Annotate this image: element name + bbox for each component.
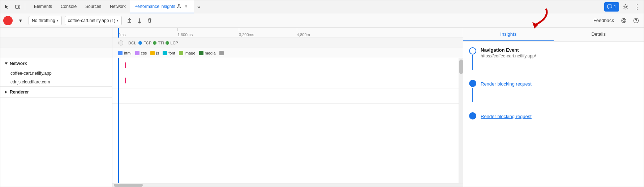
legend-css-label: css (141, 51, 147, 55)
tab-details[interactable]: Details (554, 28, 644, 41)
timeline-ruler: 0ms 1,600ms 3,200ms 4,800m (112, 28, 463, 38)
feedback-button[interactable]: Feedback (591, 17, 616, 24)
sidebar-section-renderer: Renderer (0, 87, 112, 98)
svg-point-8 (636, 22, 636, 22)
legend-image-color (179, 51, 183, 55)
tab-network-label: Network (110, 4, 126, 9)
legend-js: js (150, 51, 159, 55)
insight-icon-col-rb2 (469, 112, 476, 119)
sidebar-network-header[interactable]: Network (0, 58, 112, 69)
tab-console[interactable]: Console (56, 0, 81, 13)
right-panel: Insights Details Navigation Event https (463, 28, 644, 187)
legend-html-label: html (124, 51, 132, 55)
sidebar-labels-spacer (0, 38, 112, 48)
more-tabs-icon: » (197, 4, 200, 10)
three-dots-button[interactable]: ⋮ (632, 2, 642, 12)
question-icon (633, 18, 639, 23)
timeline-row-cdnjs (112, 73, 463, 88)
svg-point-3 (625, 6, 627, 8)
fcp-dot (138, 41, 142, 45)
tti-dot (153, 41, 156, 45)
render-blocking-link-1[interactable]: Render blocking request (481, 81, 532, 87)
right-panel-tabs: Insights Details (463, 28, 644, 42)
tab-console-label: Console (61, 4, 77, 9)
recording-dropdown[interactable]: coffee-cart.netlify.app (1) ▾ (65, 16, 122, 25)
insight-render-blocking-2: Render blocking request (469, 112, 638, 119)
sidebar-legend-spacer (0, 48, 112, 58)
sidebar-item-coffee-cart-label: coffee-cart.netlify.app (10, 71, 52, 76)
ruler-tick-3200ms: 3,200ms (239, 28, 254, 38)
sidebar-section-network: Network coffee-cart.netlify.app cdnjs.cl… (0, 58, 112, 87)
record-dropdown-button[interactable]: ▾ (16, 16, 26, 26)
legend-html-color (118, 51, 123, 55)
rb2-circle (469, 112, 476, 119)
ruler-tick-1600ms: 1,600ms (177, 28, 193, 38)
record-button[interactable] (3, 16, 13, 25)
timeline-scrollbar[interactable] (459, 58, 463, 183)
device-toggle-icon[interactable] (13, 2, 23, 12)
sidebar-renderer-label: Renderer (10, 90, 29, 95)
cursor-icon[interactable] (2, 2, 12, 12)
circle-c-icon (118, 40, 123, 45)
download-button[interactable] (135, 16, 144, 25)
timeline-bottom-scrollbar[interactable] (112, 183, 463, 187)
scrollbar-thumb (459, 60, 463, 74)
insight-nav-text: Navigation Event https://coffee-cart.net… (481, 47, 536, 58)
dcl-label-item: DCL FCP TTI LCP (128, 41, 178, 45)
sidebar-network-label: Network (10, 61, 27, 66)
bottom-scrollbar-thumb (114, 184, 143, 187)
timeline-event-labels: DCL FCP TTI LCP (112, 38, 463, 48)
tab-sources[interactable]: Sources (81, 0, 106, 13)
legend-image-label: image (185, 51, 196, 55)
svg-rect-1 (18, 6, 20, 8)
tab-elements[interactable]: Elements (30, 0, 56, 13)
upload-button[interactable] (125, 16, 134, 25)
settings-gear-button[interactable] (619, 16, 628, 25)
feedback-label: Feedback (593, 18, 614, 23)
timeline-grid (112, 58, 463, 183)
tab-performance-insights[interactable]: Performance insights × (130, 0, 194, 13)
legend-media-label: media (205, 51, 216, 55)
main-area: Network coffee-cart.netlify.app cdnjs.cl… (0, 28, 644, 187)
tab-network[interactable]: Network (106, 0, 130, 13)
svg-marker-9 (5, 62, 8, 65)
insight-render-blocking-1: Render blocking request (469, 80, 638, 102)
legend-css: css (135, 51, 147, 55)
tab-insights[interactable]: Insights (463, 28, 554, 41)
toolbar: ▾ No throttling ▾ coffee-cart.netlify.ap… (0, 13, 644, 28)
sidebar-item-coffee-cart[interactable]: coffee-cart.netlify.app (0, 69, 112, 78)
toolbar-icons-left (2, 2, 27, 12)
delete-button[interactable] (145, 16, 154, 25)
more-tabs-button[interactable]: » (194, 2, 204, 12)
timeline-marker[interactable] (118, 28, 119, 38)
triangle-right-icon (5, 91, 8, 94)
settings-button[interactable] (621, 2, 631, 12)
nav-event-circle (469, 47, 476, 55)
tab-details-label: Details (591, 31, 606, 37)
legend-font-label: font (168, 51, 175, 55)
throttling-dropdown[interactable]: No throttling ▾ (29, 16, 62, 25)
legend-image: image (179, 51, 196, 55)
legend-other-color (219, 51, 224, 55)
lcp-dot (166, 41, 169, 45)
sidebar-renderer-header[interactable]: Renderer (0, 87, 112, 97)
network-bar-coffee-cart (125, 62, 126, 68)
recording-chevron-icon: ▾ (117, 19, 119, 22)
legend-font-color (163, 51, 167, 55)
sidebar-item-cdnjs-label: cdnjs.cloudflare.com (10, 79, 50, 84)
devtools-window: Elements Console Sources Network Perform… (0, 0, 644, 187)
legend-js-label: js (156, 51, 159, 55)
legend-html: html (118, 51, 132, 55)
flask-icon (177, 4, 181, 9)
tab-bar: Elements Console Sources Network Perform… (0, 0, 644, 13)
close-tab-button[interactable]: × (183, 3, 189, 10)
chat-icon (607, 4, 612, 9)
download-icon (137, 18, 142, 23)
network-bar-cdnjs (125, 78, 126, 83)
render-blocking-link-2[interactable]: Render blocking request (481, 114, 532, 119)
nav-event-line (472, 55, 473, 70)
feedback-badge-button[interactable]: 1 (604, 2, 619, 12)
svg-point-5 (623, 19, 625, 22)
help-button[interactable] (631, 16, 641, 25)
sidebar-item-cdnjs[interactable]: cdnjs.cloudflare.com (0, 78, 112, 86)
